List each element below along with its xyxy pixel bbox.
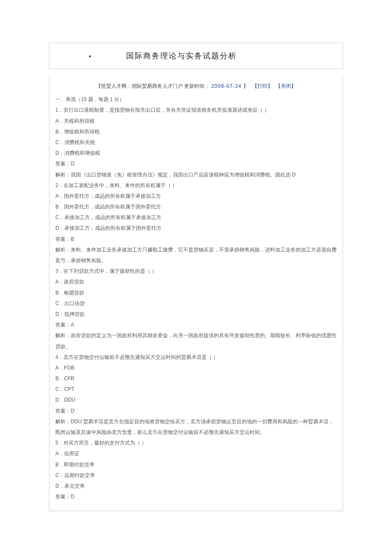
question-option: B．增值税和所得税 [55, 127, 337, 137]
question-answer: 答案：D [55, 406, 337, 416]
question-option: A．政府贷款 [55, 277, 337, 287]
question-option: A．FOB [55, 363, 337, 373]
question-option: B．CFR [55, 373, 337, 384]
question-option: C．承接加工方，成品的所有权属于承接加工方 [55, 212, 337, 223]
close-link[interactable]: 【关闭】 [276, 83, 296, 89]
update-label: 更新时间： [184, 83, 210, 89]
meta-line: 【世贸人才网：国际贸易商务人才门户 更新时间： 2006-07-24 】 【打印… [55, 81, 337, 92]
question-option: D．抵押贷款 [55, 309, 337, 320]
question-answer: 答案：D [55, 491, 337, 502]
question-stem: 1．实行出口退税制度，是指货物在报关出口后，凭有关凭证报送税务机关批准退还或免征… [55, 105, 337, 116]
question-option: C．出口信贷 [55, 298, 337, 309]
source-label: 【世贸人才网：国际贸易商务人才门户 [96, 83, 183, 89]
question-option: B．银团贷款 [55, 288, 337, 298]
page-title: 国际商务理论与实务试题分析 [126, 51, 237, 61]
question-option: C．消费税和关税 [55, 137, 337, 148]
question-option: D．消费税和增值税 [55, 148, 337, 159]
print-link[interactable]: 【打印】 [252, 83, 273, 89]
question-option: A．信用证 [55, 448, 337, 459]
question-answer: 答案：B [55, 234, 337, 245]
question-answer: 答案：D [55, 159, 337, 169]
update-date: 2006-07-24 】 [211, 83, 249, 89]
question-option: D．承接加工方，成品的所有权属于国外委托方 [55, 223, 337, 234]
question-option: C．远期付款交单 [55, 470, 337, 481]
bullet-icon: ● [54, 54, 126, 58]
question-stem: 5．对买方而言，最好的支付方式为（ ） [55, 438, 337, 448]
question-analysis: 解析：政府贷款的定义为一国政府利用其财政资金，向另一国政府提供的具有开发援助性质… [55, 330, 337, 352]
question-stem: 3．在下列贷款方式中，属于援助性的是（ ） [55, 266, 337, 277]
question-analysis: 解析：DDU 贸易术语是卖方在指定目的地将货物交给买方，卖方须承担货物运至目的地… [55, 416, 337, 438]
question-stem: 2．在加工装配业务中，来料、来件的所有权属于（ ） [55, 180, 337, 191]
question-stem: 4．卖方在货物交付运输前不必预先通知买方交运时间的贸易术语是（ ） [55, 352, 337, 363]
question-option: B．国外委托方，成品的所有权属于国外委托方 [55, 202, 337, 212]
question-option: C．CPT [55, 384, 337, 395]
question-analysis: 解析：我国《出口货物退（免）税管理办法》规定，我国出口产品应退税种应为增值税和消… [55, 170, 337, 180]
question-analysis: 解析：来料、来件加工业务承接加工方只赚取工缴费，它不是货物买卖，不需承担销售风险… [55, 245, 337, 266]
question-option: D．承兑交单 [55, 481, 337, 491]
question-option: B．即期付款交单 [55, 460, 337, 470]
question-option: A．关税和所得税 [55, 116, 337, 127]
document-page: ● 国际商务理论与实务试题分析 【世贸人才网：国际贸易商务人才门户 更新时间： … [0, 0, 392, 537]
question-option: A．国外委托方，成品的所有权属于承接加工方 [55, 191, 337, 202]
content-box: 【世贸人才网：国际贸易商务人才门户 更新时间： 2006-07-24 】 【打印… [49, 77, 343, 511]
question-answer: 答案：A [55, 320, 337, 330]
section-heading: 一、单选（15 题，每题 1 分） [55, 94, 337, 105]
question-option: D．DDU [55, 395, 337, 405]
title-row: ● 国际商务理论与实务试题分析 [49, 43, 343, 69]
